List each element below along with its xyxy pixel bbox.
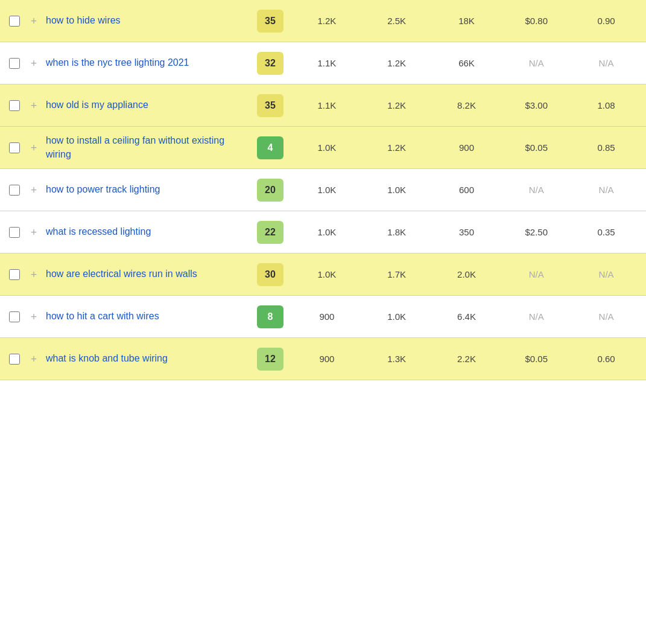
add-icon[interactable]: + (31, 58, 37, 69)
row-add-col: + (24, 58, 43, 69)
score-cell: 32 (249, 52, 292, 75)
keyword-text[interactable]: what is recessed lighting (46, 226, 151, 237)
table-row: + what is knob and tube wiring 12 900 1.… (0, 338, 646, 380)
row-checkbox[interactable] (9, 58, 20, 69)
keyword-cell: how to hide wires (43, 14, 249, 27)
row-checkbox-col (5, 354, 24, 365)
keyword-text[interactable]: how are electrical wires run in walls (46, 269, 197, 279)
vol2-cell: 1.0K (362, 311, 432, 322)
keyword-text[interactable]: when is the nyc tree lighting 2021 (46, 57, 189, 68)
row-checkbox[interactable] (9, 227, 20, 238)
row-add-col: + (24, 142, 43, 153)
vol3-cell: 6.4K (432, 311, 502, 322)
row-checkbox-col (5, 227, 24, 238)
score-badge: 32 (257, 52, 283, 75)
cpc-cell: $2.50 (501, 227, 571, 237)
row-checkbox-col (5, 100, 24, 111)
score-cell: 4 (249, 136, 292, 159)
diff-cell: N/A (571, 58, 641, 68)
table-row: + what is recessed lighting 22 1.0K 1.8K… (0, 211, 646, 253)
keyword-cell: what is knob and tube wiring (43, 352, 249, 365)
cpc-cell: $0.80 (501, 16, 571, 26)
score-badge: 30 (257, 263, 283, 286)
score-badge: 8 (257, 305, 283, 328)
row-add-col: + (24, 16, 43, 27)
vol2-cell: 1.0K (362, 185, 432, 195)
vol1-cell: 1.2K (292, 16, 362, 26)
cpc-cell: N/A (501, 311, 571, 322)
vol1-cell: 1.0K (292, 269, 362, 279)
keyword-text[interactable]: how to power track lighting (46, 184, 160, 194)
vol3-cell: 2.2K (432, 354, 502, 364)
keyword-table: + how to hide wires 35 1.2K 2.5K 18K $0.… (0, 0, 646, 380)
row-checkbox[interactable] (9, 185, 20, 196)
vol2-cell: 1.2K (362, 58, 432, 68)
keyword-cell: how old is my appliance (43, 98, 249, 112)
table-row: + how to power track lighting 20 1.0K 1.… (0, 169, 646, 211)
row-checkbox-col (5, 16, 24, 27)
row-checkbox[interactable] (9, 142, 20, 153)
row-checkbox-col (5, 185, 24, 196)
table-row: + how to install a ceiling fan without e… (0, 127, 646, 169)
score-cell: 12 (249, 348, 292, 371)
row-checkbox[interactable] (9, 311, 20, 322)
row-add-col: + (24, 100, 43, 111)
add-icon[interactable]: + (31, 269, 37, 280)
score-cell: 8 (249, 305, 292, 328)
vol1-cell: 1.1K (292, 58, 362, 68)
vol2-cell: 1.2K (362, 142, 432, 153)
keyword-text[interactable]: how to hide wires (46, 15, 121, 25)
keyword-cell: how to power track lighting (43, 183, 249, 196)
table-row: + how to hide wires 35 1.2K 2.5K 18K $0.… (0, 0, 646, 42)
vol2-cell: 1.8K (362, 227, 432, 237)
score-badge: 35 (257, 94, 283, 117)
keyword-text[interactable]: how to hit a cart with wires (46, 311, 159, 321)
score-badge: 12 (257, 348, 283, 371)
vol3-cell: 2.0K (432, 269, 502, 279)
diff-cell: N/A (571, 185, 641, 195)
row-checkbox[interactable] (9, 269, 20, 280)
add-icon[interactable]: + (31, 185, 37, 196)
vol1-cell: 1.0K (292, 142, 362, 153)
row-checkbox[interactable] (9, 100, 20, 111)
row-add-col: + (24, 311, 43, 322)
vol2-cell: 2.5K (362, 16, 432, 26)
diff-cell: 0.60 (571, 354, 641, 364)
row-checkbox[interactable] (9, 16, 20, 27)
diff-cell: N/A (571, 269, 641, 279)
add-icon[interactable]: + (31, 227, 37, 238)
score-cell: 20 (249, 179, 292, 202)
score-cell: 30 (249, 263, 292, 286)
cpc-cell: N/A (501, 58, 571, 68)
score-cell: 22 (249, 221, 292, 244)
vol3-cell: 8.2K (432, 100, 502, 110)
vol1-cell: 1.1K (292, 100, 362, 110)
add-icon[interactable]: + (31, 100, 37, 111)
cpc-cell: N/A (501, 269, 571, 279)
table-row: + when is the nyc tree lighting 2021 32 … (0, 42, 646, 84)
vol2-cell: 1.3K (362, 354, 432, 364)
add-icon[interactable]: + (31, 311, 37, 322)
vol2-cell: 1.7K (362, 269, 432, 279)
vol3-cell: 18K (432, 16, 502, 26)
add-icon[interactable]: + (31, 16, 37, 27)
vol1-cell: 1.0K (292, 185, 362, 195)
add-icon[interactable]: + (31, 354, 37, 365)
vol3-cell: 900 (432, 142, 502, 153)
score-cell: 35 (249, 10, 292, 33)
row-checkbox[interactable] (9, 354, 20, 365)
row-add-col: + (24, 354, 43, 365)
vol1-cell: 900 (292, 354, 362, 364)
table-row: + how to hit a cart with wires 8 900 1.0… (0, 296, 646, 338)
diff-cell: 0.85 (571, 142, 641, 153)
score-badge: 22 (257, 221, 283, 244)
diff-cell: 0.90 (571, 16, 641, 26)
cpc-cell: $3.00 (501, 100, 571, 110)
keyword-text[interactable]: what is knob and tube wiring (46, 353, 168, 363)
keyword-cell: how to install a ceiling fan without exi… (43, 134, 249, 161)
score-cell: 35 (249, 94, 292, 117)
add-icon[interactable]: + (31, 142, 37, 153)
keyword-text[interactable]: how to install a ceiling fan without exi… (46, 135, 224, 159)
keyword-text[interactable]: how old is my appliance (46, 100, 148, 110)
row-checkbox-col (5, 269, 24, 280)
